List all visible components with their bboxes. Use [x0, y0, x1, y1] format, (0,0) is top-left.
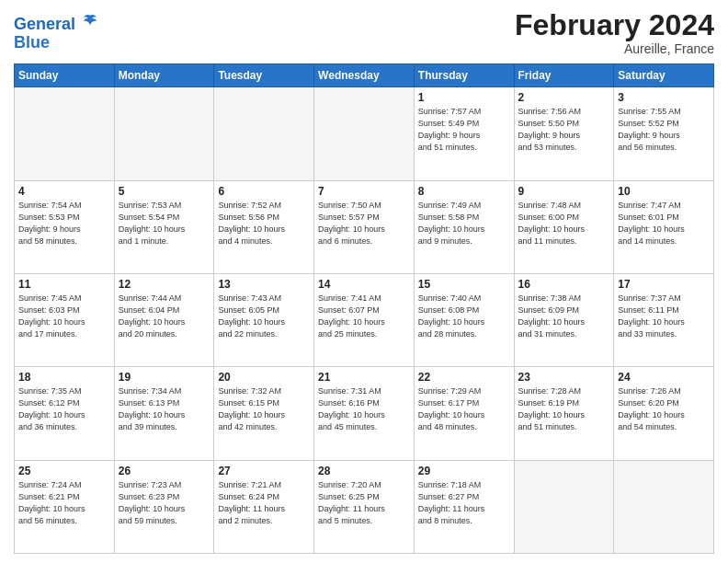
calendar-cell: 15Sunrise: 7:40 AM Sunset: 6:08 PM Dayli…: [414, 273, 514, 366]
col-header-thursday: Thursday: [414, 64, 514, 87]
logo-text: General: [14, 13, 98, 34]
week-row-2: 4Sunrise: 7:54 AM Sunset: 5:53 PM Daylig…: [15, 180, 714, 273]
day-info: Sunrise: 7:32 AM Sunset: 6:15 PM Dayligh…: [218, 385, 310, 433]
day-info: Sunrise: 7:43 AM Sunset: 6:05 PM Dayligh…: [218, 293, 310, 340]
day-info: Sunrise: 7:31 AM Sunset: 6:16 PM Dayligh…: [318, 385, 410, 433]
calendar-cell: [314, 87, 415, 180]
day-info: Sunrise: 7:37 AM Sunset: 6:11 PM Dayligh…: [618, 293, 710, 340]
calendar-cell: [15, 87, 115, 180]
day-info: Sunrise: 7:48 AM Sunset: 6:00 PM Dayligh…: [518, 200, 610, 247]
day-number: 4: [18, 185, 110, 198]
day-info: Sunrise: 7:18 AM Sunset: 6:27 PM Dayligh…: [418, 479, 510, 527]
calendar-cell: 22Sunrise: 7:29 AM Sunset: 6:17 PM Dayli…: [414, 367, 514, 460]
calendar-cell: 29Sunrise: 7:18 AM Sunset: 6:27 PM Dayli…: [414, 460, 514, 553]
logo-general: General: [14, 15, 75, 33]
calendar-cell: [514, 460, 614, 553]
week-row-5: 25Sunrise: 7:24 AM Sunset: 6:21 PM Dayli…: [15, 460, 714, 553]
day-info: Sunrise: 7:52 AM Sunset: 5:56 PM Dayligh…: [218, 200, 310, 247]
day-info: Sunrise: 7:38 AM Sunset: 6:09 PM Dayligh…: [518, 293, 610, 340]
day-number: 15: [418, 278, 510, 291]
title-section: February 2024 Aureille, France: [515, 9, 714, 56]
col-header-wednesday: Wednesday: [314, 64, 415, 87]
day-number: 26: [119, 465, 210, 477]
day-info: Sunrise: 7:49 AM Sunset: 5:58 PM Dayligh…: [418, 200, 510, 247]
calendar-cell: 24Sunrise: 7:26 AM Sunset: 6:20 PM Dayli…: [614, 367, 714, 460]
logo: General Blue: [14, 13, 98, 52]
calendar-cell: 6Sunrise: 7:52 AM Sunset: 5:56 PM Daylig…: [214, 180, 314, 273]
day-number: 5: [119, 185, 210, 198]
day-number: 27: [218, 465, 310, 477]
calendar-cell: 12Sunrise: 7:44 AM Sunset: 6:04 PM Dayli…: [114, 273, 214, 366]
calendar-cell: 4Sunrise: 7:54 AM Sunset: 5:53 PM Daylig…: [15, 180, 115, 273]
calendar-cell: [114, 87, 214, 180]
day-number: 23: [518, 371, 610, 384]
calendar-cell: 14Sunrise: 7:41 AM Sunset: 6:07 PM Dayli…: [314, 273, 415, 366]
calendar-cell: 7Sunrise: 7:50 AM Sunset: 5:57 PM Daylig…: [314, 180, 415, 273]
col-header-friday: Friday: [514, 64, 614, 87]
calendar-cell: 2Sunrise: 7:56 AM Sunset: 5:50 PM Daylig…: [514, 87, 614, 180]
day-number: 25: [18, 465, 110, 477]
day-info: Sunrise: 7:28 AM Sunset: 6:19 PM Dayligh…: [518, 385, 610, 433]
day-number: 20: [218, 371, 310, 384]
day-number: 1: [418, 91, 510, 104]
day-number: 21: [318, 371, 410, 384]
page-subtitle: Aureille, France: [515, 41, 714, 56]
calendar-cell: 17Sunrise: 7:37 AM Sunset: 6:11 PM Dayli…: [614, 273, 714, 366]
day-info: Sunrise: 7:21 AM Sunset: 6:24 PM Dayligh…: [218, 479, 310, 527]
day-number: 16: [518, 278, 610, 291]
day-info: Sunrise: 7:53 AM Sunset: 5:54 PM Dayligh…: [119, 200, 210, 247]
day-info: Sunrise: 7:50 AM Sunset: 5:57 PM Dayligh…: [318, 200, 410, 247]
calendar-cell: 5Sunrise: 7:53 AM Sunset: 5:54 PM Daylig…: [114, 180, 214, 273]
day-info: Sunrise: 7:26 AM Sunset: 6:20 PM Dayligh…: [618, 385, 710, 433]
day-number: 19: [119, 371, 210, 384]
col-header-tuesday: Tuesday: [214, 64, 314, 87]
calendar-cell: 1Sunrise: 7:57 AM Sunset: 5:49 PM Daylig…: [414, 87, 514, 180]
calendar-cell: 28Sunrise: 7:20 AM Sunset: 6:25 PM Dayli…: [314, 460, 415, 553]
day-info: Sunrise: 7:20 AM Sunset: 6:25 PM Dayligh…: [318, 479, 410, 527]
day-number: 7: [318, 185, 410, 198]
day-info: Sunrise: 7:57 AM Sunset: 5:49 PM Dayligh…: [418, 106, 510, 154]
day-number: 22: [418, 371, 510, 384]
day-number: 10: [618, 185, 710, 198]
calendar-cell: 8Sunrise: 7:49 AM Sunset: 5:58 PM Daylig…: [414, 180, 514, 273]
week-row-4: 18Sunrise: 7:35 AM Sunset: 6:12 PM Dayli…: [15, 367, 714, 460]
day-info: Sunrise: 7:47 AM Sunset: 6:01 PM Dayligh…: [618, 200, 710, 247]
day-number: 12: [119, 278, 210, 291]
day-number: 28: [318, 465, 410, 477]
calendar-cell: 16Sunrise: 7:38 AM Sunset: 6:09 PM Dayli…: [514, 273, 614, 366]
day-number: 3: [618, 91, 710, 104]
day-number: 8: [418, 185, 510, 198]
calendar-cell: 3Sunrise: 7:55 AM Sunset: 5:52 PM Daylig…: [614, 87, 714, 180]
calendar-cell: 26Sunrise: 7:23 AM Sunset: 6:23 PM Dayli…: [114, 460, 214, 553]
logo-content: General Blue: [14, 13, 98, 52]
col-header-saturday: Saturday: [614, 64, 714, 87]
day-info: Sunrise: 7:45 AM Sunset: 6:03 PM Dayligh…: [18, 293, 110, 340]
calendar-header-row: SundayMondayTuesdayWednesdayThursdayFrid…: [15, 64, 714, 87]
day-info: Sunrise: 7:24 AM Sunset: 6:21 PM Dayligh…: [18, 479, 110, 527]
calendar-cell: 9Sunrise: 7:48 AM Sunset: 6:00 PM Daylig…: [514, 180, 614, 273]
day-number: 18: [18, 371, 110, 384]
day-number: 2: [518, 91, 610, 104]
day-number: 11: [18, 278, 110, 291]
col-header-sunday: Sunday: [15, 64, 115, 87]
day-number: 14: [318, 278, 410, 291]
week-row-1: 1Sunrise: 7:57 AM Sunset: 5:49 PM Daylig…: [15, 87, 714, 180]
logo-bird-icon: [82, 13, 98, 29]
page: General Blue February 2024 Aureille, Fra…: [0, 0, 728, 563]
calendar-cell: 25Sunrise: 7:24 AM Sunset: 6:21 PM Dayli…: [15, 460, 115, 553]
day-info: Sunrise: 7:40 AM Sunset: 6:08 PM Dayligh…: [418, 293, 510, 340]
col-header-monday: Monday: [114, 64, 214, 87]
day-info: Sunrise: 7:34 AM Sunset: 6:13 PM Dayligh…: [119, 385, 210, 433]
day-info: Sunrise: 7:35 AM Sunset: 6:12 PM Dayligh…: [18, 385, 110, 433]
day-info: Sunrise: 7:56 AM Sunset: 5:50 PM Dayligh…: [518, 106, 610, 154]
calendar-cell: 27Sunrise: 7:21 AM Sunset: 6:24 PM Dayli…: [214, 460, 314, 553]
header: General Blue February 2024 Aureille, Fra…: [14, 9, 714, 56]
day-info: Sunrise: 7:55 AM Sunset: 5:52 PM Dayligh…: [618, 106, 710, 154]
day-info: Sunrise: 7:29 AM Sunset: 6:17 PM Dayligh…: [418, 385, 510, 433]
day-number: 13: [218, 278, 310, 291]
day-info: Sunrise: 7:41 AM Sunset: 6:07 PM Dayligh…: [318, 293, 410, 340]
calendar-cell: 20Sunrise: 7:32 AM Sunset: 6:15 PM Dayli…: [214, 367, 314, 460]
calendar-table: SundayMondayTuesdayWednesdayThursdayFrid…: [14, 63, 714, 554]
day-number: 6: [218, 185, 310, 198]
calendar-cell: 10Sunrise: 7:47 AM Sunset: 6:01 PM Dayli…: [614, 180, 714, 273]
